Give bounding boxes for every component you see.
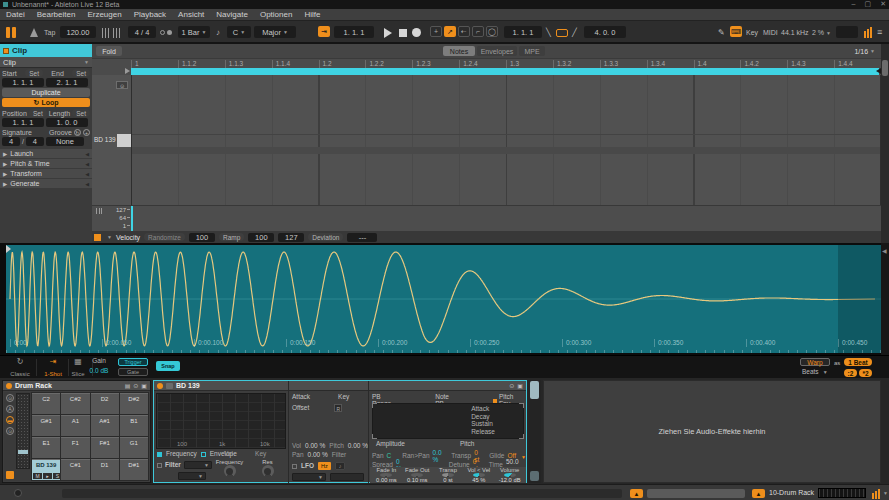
track-reference[interactable]: 10-Drum Rack [769, 489, 814, 496]
macro-toggle-icon[interactable]: ▬ [6, 416, 14, 424]
filter-funnel-icon[interactable]: ▼ [84, 59, 89, 65]
gate-button[interactable]: Gate [118, 368, 148, 376]
signature-denominator-field[interactable]: 4 [26, 137, 44, 146]
drum-pad[interactable]: A#1 [91, 415, 119, 436]
stop-button[interactable] [399, 29, 407, 37]
pitch-mod-value[interactable]: 0.00 % [348, 443, 368, 450]
clip-section-header[interactable]: Clip ▼ [0, 57, 92, 68]
groove-amount-icon[interactable] [102, 28, 111, 38]
drum-pad[interactable]: D#1 [120, 459, 148, 480]
pitch-env-checkbox[interactable] [493, 399, 497, 403]
lane-chevron-icon[interactable]: ▼ [107, 234, 112, 240]
record-button[interactable] [412, 28, 421, 37]
groove-add-icon[interactable]: + [83, 129, 90, 136]
deviation-button[interactable]: Deviation [308, 233, 343, 241]
play-button[interactable] [384, 28, 392, 38]
position-set-button[interactable]: Set [29, 109, 47, 117]
key-scale-menu[interactable]: Major▼ [254, 26, 296, 38]
link-toggle-icon[interactable] [6, 27, 16, 38]
mode-one-shot-button[interactable]: ⇥ 1-Shot [39, 358, 67, 377]
tab-mpe[interactable]: MPE [519, 46, 545, 56]
drum-pad[interactable]: BD 139M▸S [32, 459, 60, 480]
midi-overdub-icon[interactable]: ↗ [444, 26, 456, 37]
clip-panel-section[interactable]: ▶Launch ◀ [0, 149, 92, 158]
filter-frequency-knob[interactable] [224, 465, 236, 477]
pad-mute-button[interactable]: M [33, 473, 42, 479]
lfo-hz-button[interactable]: Hz [318, 462, 331, 470]
menu-item[interactable]: Playback [128, 10, 172, 19]
drum-pad[interactable]: E1 [32, 437, 60, 458]
loop-position-field[interactable]: 1. 1. 1 [2, 118, 44, 127]
tab-notes[interactable]: Notes [443, 46, 475, 56]
warp-button[interactable]: Warp [800, 358, 830, 366]
filter-display[interactable]: 100 1k 10k [156, 393, 286, 449]
scrub-area[interactable] [92, 68, 881, 75]
chain-toggle-icon[interactable]: ⊙ [6, 427, 14, 435]
filter-frequency-knob-group[interactable]: Frequency [214, 459, 245, 477]
double-tempo-button[interactable]: *2 [859, 369, 872, 377]
envelope-mod-checkbox[interactable] [201, 452, 206, 457]
tempo-field[interactable]: 120.00 [60, 26, 96, 38]
filter-res-knob[interactable] [262, 465, 274, 477]
pad-bank-nav-icon[interactable] [6, 471, 14, 479]
gain-value[interactable]: 0.0 dB [82, 368, 116, 375]
collapse-icon[interactable]: ◀ [85, 181, 89, 187]
device-scrollbar[interactable] [529, 380, 541, 483]
offset-r-box[interactable]: R [334, 404, 342, 412]
filter-res-knob-group[interactable]: Res [252, 459, 283, 477]
ramp-button[interactable]: Ramp [219, 233, 244, 241]
filter-on-checkbox[interactable] [157, 463, 162, 468]
drum-pad[interactable]: G1 [120, 437, 148, 458]
pad-preview-icon[interactable]: ▸ [43, 473, 52, 479]
hot-swap-icon[interactable]: ⊙ [509, 382, 514, 389]
snap-button[interactable]: Snap [156, 361, 180, 371]
punch-in-icon[interactable]: ╲ [546, 29, 551, 37]
drum-rack-header[interactable]: Drum Rack ▤ ⊙ ▣ [3, 381, 150, 391]
drum-pad[interactable]: C#2 [61, 393, 89, 414]
show-chains-icon[interactable]: ▤ [125, 382, 131, 389]
drum-pad[interactable]: F1 [61, 437, 89, 458]
groove-commit-icon[interactable]: ↻ [74, 129, 81, 136]
sample-tab-icon[interactable] [166, 383, 173, 389]
adsr-stage-label[interactable]: Release [471, 429, 495, 436]
warp-mode-menu[interactable]: Beats [802, 369, 819, 376]
velocity-lane[interactable]: 127 64 1 [92, 205, 881, 231]
punch-icon[interactable]: ⌐ [472, 26, 484, 37]
cpu-meter[interactable]: 2 % [812, 29, 824, 36]
clip-start-marker[interactable] [125, 68, 130, 74]
menu-item[interactable]: Ansicht [172, 10, 210, 19]
clip-start-field[interactable]: 1. 1. 1 [2, 78, 44, 87]
tab-envelopes[interactable]: Envelopes [477, 46, 517, 56]
clip-panel-section[interactable]: ▶Transform ◀ [0, 169, 92, 178]
knob[interactable] [442, 473, 454, 477]
drum-pad[interactable]: D#2 [120, 393, 148, 414]
start-set-button[interactable]: Set [25, 69, 43, 77]
groove-field[interactable]: None [46, 137, 84, 146]
quantize-menu[interactable]: 1 Bar▼ [178, 26, 210, 38]
arrangement-position-field[interactable]: 1. 1. 1 [334, 26, 374, 38]
audio-effect-drop-area[interactable]: Ziehen Sie Audio-Effekte hierhin [543, 380, 881, 483]
ramp-to-field[interactable]: 127 [278, 233, 304, 242]
new-button[interactable]: + [430, 26, 442, 37]
hamburger-menu-icon[interactable]: ≡ [877, 28, 882, 37]
simpler-knob-group[interactable]: Transp 0 st [433, 467, 464, 483]
metronome-sound-icon[interactable] [160, 26, 172, 39]
auto-select-icon[interactable]: A [6, 405, 14, 413]
simpler-knob-group[interactable]: Fade In 0.00 ms [371, 467, 402, 483]
tap-tempo-button[interactable]: Tap [44, 29, 55, 36]
end-set-button[interactable]: Set [72, 69, 90, 77]
save-preset-icon[interactable]: ▣ [141, 382, 147, 389]
lfo-sync-button[interactable]: ♪ [335, 462, 346, 470]
hot-swap-icon[interactable]: ⊙ [116, 81, 128, 89]
clip-end-field[interactable]: 2. 1. 1 [46, 78, 88, 87]
warning-button-1[interactable]: ▲ [630, 489, 643, 498]
velocity-marker[interactable] [131, 206, 133, 232]
drum-row-preview-cell[interactable] [117, 134, 131, 147]
editor-scrollbar[interactable] [881, 44, 889, 243]
drum-pad[interactable]: D1 [91, 459, 119, 480]
menu-item[interactable]: Bearbeiten [31, 10, 82, 19]
simpler-knob-group[interactable]: Vol < Vel 45 % [463, 467, 494, 483]
lfo-rate-field[interactable] [330, 473, 364, 481]
filter-slope-menu[interactable]: ▼ [178, 472, 206, 480]
menu-item[interactable]: Navigate [210, 10, 254, 19]
